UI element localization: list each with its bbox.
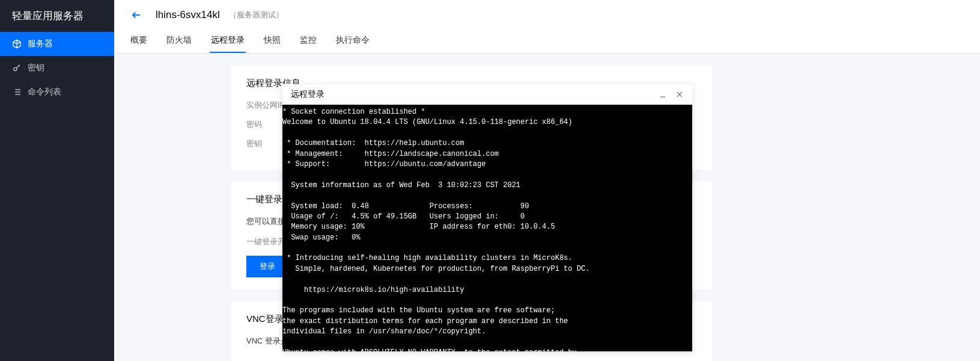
tab-firewall[interactable]: 防火墙	[165, 30, 193, 53]
key-icon	[12, 63, 22, 73]
sidebar-item-keys[interactable]: 密钥	[0, 56, 114, 80]
tab-remote-login[interactable]: 远程登录	[210, 30, 246, 53]
cube-icon	[12, 39, 22, 49]
tabs: 概要 防火墙 远程登录 快照 监控 执行命令	[114, 30, 980, 54]
sidebar-item-label: 服务器	[28, 39, 53, 49]
back-arrow-icon[interactable]	[129, 10, 144, 20]
tab-snapshot[interactable]: 快照	[263, 30, 282, 53]
sidebar-item-servers[interactable]: 服务器	[0, 32, 114, 56]
terminal-body[interactable]: * Socket connection established * Welcom…	[282, 105, 692, 351]
terminal-title: 远程登录	[291, 89, 324, 100]
tab-exec-command[interactable]: 执行命令	[335, 30, 371, 53]
sidebar-item-label: 密钥	[28, 63, 44, 73]
terminal-window: 远程登录 * Socket connection established * W…	[282, 84, 692, 351]
page-subtitle: （服务器测试）	[229, 10, 284, 20]
sidebar-title: 轻量应用服务器	[0, 0, 114, 32]
sidebar-item-label: 命令列表	[28, 87, 61, 97]
minimize-icon[interactable]	[659, 90, 667, 99]
header: lhins-6svx14kl （服务器测试）	[114, 0, 980, 30]
page-title: lhins-6svx14kl	[156, 9, 220, 21]
terminal-controls	[659, 90, 684, 99]
list-icon	[12, 87, 22, 97]
sidebar: 轻量应用服务器 服务器 密钥 命令列表	[0, 0, 114, 361]
tab-monitor[interactable]: 监控	[299, 30, 318, 53]
sidebar-item-commands[interactable]: 命令列表	[0, 80, 114, 104]
svg-point-0	[14, 67, 17, 70]
terminal-header[interactable]: 远程登录	[282, 84, 692, 105]
close-icon[interactable]	[675, 90, 684, 99]
tab-overview[interactable]: 概要	[129, 30, 148, 53]
